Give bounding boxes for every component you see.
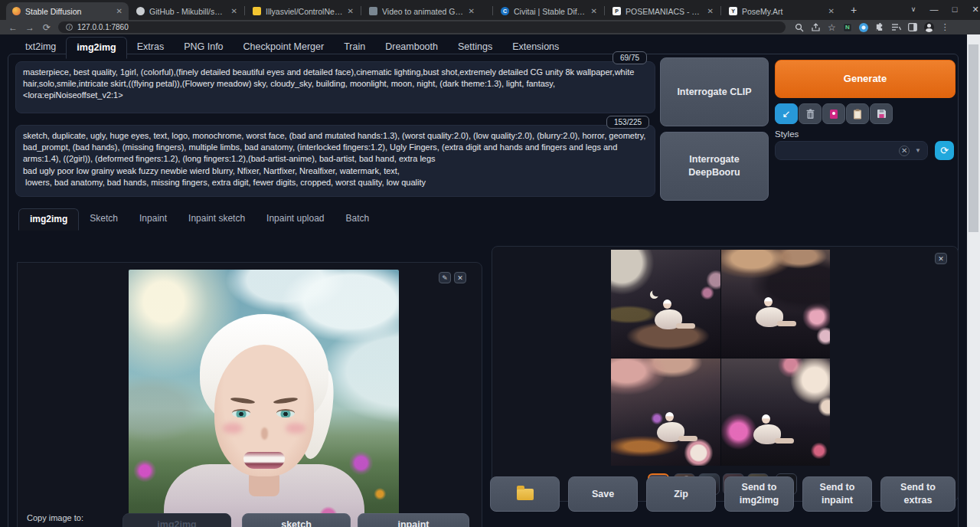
- portrait-blush: [286, 423, 305, 434]
- gallery-grid-cell: [721, 358, 831, 466]
- send-to-extras-button[interactable]: Send to extras: [880, 476, 956, 512]
- card-icon: [829, 109, 838, 119]
- save-button[interactable]: Save: [568, 476, 638, 512]
- subtab-batch[interactable]: Batch: [335, 208, 381, 231]
- browser-tab-civitai[interactable]: C Civitai | Stable Diffusion model ✕: [495, 2, 603, 20]
- tab-close-icon[interactable]: ✕: [591, 7, 597, 15]
- bookmark-star-icon[interactable]: ☆: [828, 23, 836, 32]
- tab-dreambooth[interactable]: Dreambooth: [375, 37, 448, 59]
- tab-txt2img[interactable]: txt2img: [15, 37, 66, 59]
- tab-close-icon[interactable]: ✕: [828, 7, 835, 15]
- forward-icon[interactable]: →: [21, 22, 38, 33]
- generate-button[interactable]: Generate: [775, 60, 956, 98]
- extension-n-icon[interactable]: N: [843, 23, 852, 32]
- reload-icon[interactable]: ⟳: [38, 22, 55, 33]
- interrogate-clip-button[interactable]: Interrogate CLIP: [660, 57, 769, 126]
- main-nav-tabs: txt2img img2img Extras PNG Info Checkpoi…: [15, 37, 569, 59]
- subtab-sketch[interactable]: Sketch: [79, 208, 129, 231]
- figure-art: [655, 309, 682, 329]
- menu-dots-icon[interactable]: ⋮: [941, 22, 949, 32]
- tab-img2img[interactable]: img2img: [66, 37, 126, 59]
- subtab-img2img[interactable]: img2img: [18, 208, 79, 231]
- subtab-inpaint-upload[interactable]: Inpaint upload: [256, 208, 335, 231]
- edit-image-icon[interactable]: ✎: [439, 272, 451, 283]
- browser-tab-posemyart[interactable]: Y PoseMy.Art ✕: [723, 2, 841, 20]
- send-to-inpaint-button[interactable]: Send to inpaint: [802, 476, 872, 512]
- interrogate-deepbooru-button[interactable]: Interrogate DeepBooru: [660, 132, 769, 201]
- clipboard-icon: [853, 109, 862, 119]
- extensions-puzzle-icon[interactable]: [875, 23, 884, 32]
- window-maximize-button[interactable]: □: [943, 0, 966, 20]
- close-gallery-icon[interactable]: ✕: [935, 253, 947, 264]
- copy-to-inpaint-button[interactable]: inpaint: [358, 513, 469, 527]
- gallery-grid-cell: [611, 358, 720, 466]
- clear-prompt-button[interactable]: [799, 103, 822, 124]
- tab-title: POSEMANIACS - Royalty free 3: [626, 7, 703, 16]
- tab-close-icon[interactable]: ✕: [707, 7, 714, 15]
- prompt-textarea[interactable]: masterpiece, best quality, 1girl, (color…: [15, 61, 655, 113]
- tab-png-info[interactable]: PNG Info: [174, 37, 233, 59]
- tab-extras[interactable]: Extras: [127, 37, 174, 59]
- generated-image-grid[interactable]: [611, 250, 830, 466]
- tab-checkpoint-merger[interactable]: Checkpoint Merger: [234, 37, 335, 59]
- extension-blue-icon[interactable]: [859, 23, 868, 32]
- tab-divider: [720, 6, 721, 15]
- tab-close-icon[interactable]: ✕: [469, 7, 475, 15]
- copy-to-sketch-button[interactable]: sketch: [242, 513, 351, 527]
- browser-tab-strip: Stable Diffusion ✕ GitHub - Mikubill/sd-…: [0, 0, 980, 20]
- browser-tab-posemaniacs[interactable]: P POSEMANIACS - Royalty free 3 ✕: [606, 2, 720, 20]
- apply-style-button[interactable]: [846, 103, 869, 124]
- tab-extensions[interactable]: Extensions: [502, 37, 569, 59]
- portrait-smile: [243, 452, 285, 469]
- subtab-inpaint-sketch[interactable]: Inpaint sketch: [178, 208, 256, 231]
- figure-art: [657, 422, 684, 442]
- tab-search-chevron-icon[interactable]: ∨: [902, 0, 925, 20]
- gallery-grid-cell: [611, 250, 720, 358]
- tab-divider: [604, 6, 605, 15]
- site-info-icon[interactable]: i: [66, 24, 73, 31]
- tab-close-icon[interactable]: ✕: [231, 7, 237, 15]
- reading-list-icon[interactable]: [891, 23, 901, 31]
- browser-tab-stable-diffusion[interactable]: Stable Diffusion ✕: [6, 2, 129, 20]
- zoom-icon[interactable]: [795, 23, 804, 32]
- negative-prompt-textarea[interactable]: sketch, duplicate, ugly, huge eyes, text…: [15, 125, 655, 197]
- subtab-inpaint[interactable]: Inpaint: [129, 208, 178, 231]
- profile-avatar[interactable]: [924, 22, 934, 32]
- tab-title: Civitai | Stable Diffusion model: [514, 7, 586, 16]
- share-icon[interactable]: [811, 23, 821, 32]
- github-favicon: [136, 7, 145, 15]
- open-folder-button[interactable]: [490, 476, 560, 512]
- zip-button[interactable]: Zip: [646, 476, 716, 512]
- copy-to-img2img-button[interactable]: img2img: [122, 513, 231, 527]
- browser-tab-controlnet[interactable]: Illyasviel/ControlNet at main ✕: [247, 2, 360, 20]
- trash-icon: [805, 109, 815, 119]
- input-image-preview[interactable]: [129, 270, 399, 527]
- refresh-styles-button[interactable]: ⟳: [935, 141, 954, 160]
- browser-tab-github[interactable]: GitHub - Mikubill/sd-webui-con ✕: [130, 2, 243, 20]
- tab-divider: [492, 6, 493, 15]
- back-icon[interactable]: ←: [5, 22, 21, 33]
- extra-networks-button[interactable]: [822, 103, 845, 124]
- address-bar[interactable]: i 127.0.0.1:7860: [58, 21, 786, 33]
- save-style-button[interactable]: [870, 103, 893, 124]
- tab-title: GitHub - Mikubill/sd-webui-con: [149, 7, 227, 16]
- portrait-eye: [276, 409, 295, 417]
- floppy-icon: [877, 109, 887, 119]
- clear-styles-icon[interactable]: ✕: [899, 146, 910, 156]
- screen: Stable Diffusion ✕ GitHub - Mikubill/sd-…: [0, 0, 980, 527]
- tab-train[interactable]: Train: [334, 37, 375, 59]
- window-close-button[interactable]: ✕: [964, 0, 980, 20]
- new-tab-button[interactable]: +: [847, 4, 861, 18]
- remove-image-icon[interactable]: ✕: [454, 272, 466, 283]
- tab-close-icon[interactable]: ✕: [348, 7, 354, 15]
- tab-close-icon[interactable]: ✕: [116, 7, 122, 15]
- send-to-img2img-button[interactable]: Send to img2img: [724, 476, 794, 512]
- paste-generation-params-button[interactable]: ↙: [775, 103, 798, 124]
- civitai-favicon: C: [501, 7, 509, 15]
- side-panel-icon[interactable]: [908, 23, 917, 31]
- browser-tab-gif-converter[interactable]: Video to animated GIF converter ✕: [363, 2, 481, 20]
- window-minimize-button[interactable]: —: [923, 0, 946, 20]
- tab-settings[interactable]: Settings: [448, 37, 502, 59]
- styles-dropdown[interactable]: ✕ ▼: [775, 141, 928, 160]
- page-scrollbar-thumb[interactable]: [969, 44, 978, 232]
